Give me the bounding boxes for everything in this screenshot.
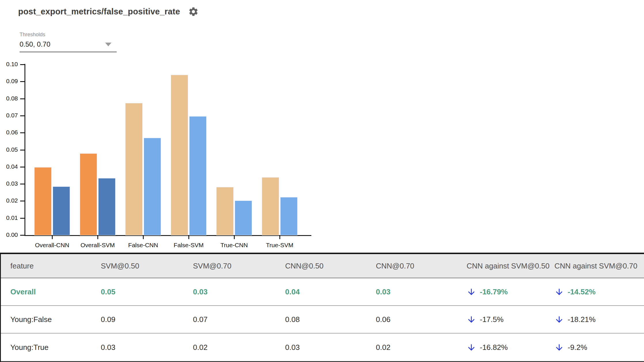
y-axis-tick-label: 0.00 [0, 231, 18, 238]
x-axis-tick [279, 236, 280, 239]
metric-value-cell: 0.07 [193, 306, 285, 333]
comparison-value: -16.82% [480, 343, 508, 352]
y-axis-tick [20, 167, 24, 167]
page-title: post_export_metrics/false_positive_rate [18, 7, 180, 16]
bar-Overall-SVM-threshold-0.50[interactable] [80, 154, 97, 235]
comparison-value: -9.2% [568, 343, 587, 352]
thresholds-label: Thresholds [20, 32, 117, 38]
y-axis-tick-label: 0.03 [0, 180, 18, 187]
y-axis-tick-label: 0.01 [0, 214, 18, 221]
arrow-down-icon [554, 343, 564, 352]
metric-value-cell: 0.03 [376, 278, 467, 305]
x-axis-tick [188, 236, 189, 239]
metric-value-cell: 0.09 [101, 306, 193, 333]
table-row-Young:False[interactable]: Young:False0.090.070.080.06-17.5%-18.21% [1, 306, 644, 334]
x-axis-label-False-CNN: False-CNN [128, 242, 158, 249]
x-axis-label-Overall-CNN: Overall-CNN [35, 242, 69, 249]
comparison-value: -14.52% [568, 287, 596, 296]
arrow-down-icon [467, 343, 476, 352]
bar-True-SVM-threshold-0.50[interactable] [262, 178, 279, 235]
column-header-cnn-070: CNN@0.70 [376, 254, 467, 278]
comparison-cell: -16.82% [467, 334, 554, 361]
bar-Overall-SVM-threshold-0.70[interactable] [99, 178, 115, 235]
table-header-row: feature SVM@0.50 SVM@0.70 CNN@0.50 CNN@0… [1, 254, 644, 278]
feature-cell: Young:True [1, 334, 101, 361]
bar-Overall-CNN-threshold-0.50[interactable] [35, 167, 51, 235]
bar-False-CNN-threshold-0.50[interactable] [126, 103, 142, 235]
bar-False-SVM-threshold-0.50[interactable] [171, 75, 188, 235]
column-header-cnn-vs-svm-070: CNN against SVM@0.70 [554, 254, 644, 278]
comparison-value: -18.21% [568, 315, 596, 324]
y-axis-tick-label: 0.09 [0, 78, 18, 85]
y-axis-tick [20, 201, 24, 201]
chevron-down-icon [105, 43, 111, 46]
column-header-svm-070: SVM@0.70 [193, 254, 285, 278]
bar-Overall-CNN-threshold-0.70[interactable] [53, 187, 70, 235]
false-positive-rate-bar-chart: 0.000.010.020.030.040.050.060.070.080.09… [0, 58, 331, 250]
metric-value-cell: 0.06 [376, 306, 467, 333]
bar-True-SVM-threshold-0.70[interactable] [281, 197, 297, 235]
x-axis-line [24, 235, 311, 236]
metric-value-cell: 0.03 [101, 334, 193, 361]
dropdown-underline [20, 52, 117, 52]
x-axis-tick [143, 236, 144, 239]
comparison-value: -17.5% [480, 315, 503, 324]
metric-value-cell: 0.08 [285, 306, 376, 333]
y-axis-tick-label: 0.10 [0, 61, 18, 68]
bar-False-SVM-threshold-0.70[interactable] [190, 117, 206, 235]
y-axis-line [24, 64, 25, 236]
x-axis-label-False-SVM: False-SVM [174, 242, 204, 249]
comparison-value: -16.79% [480, 287, 508, 296]
x-axis-tick [234, 236, 235, 239]
thresholds-dropdown[interactable]: Thresholds 0.50, 0.70 [20, 32, 117, 52]
y-axis-tick [20, 184, 24, 184]
bar-False-CNN-threshold-0.70[interactable] [144, 138, 161, 235]
metrics-table: feature SVM@0.50 SVM@0.70 CNN@0.50 CNN@0… [0, 253, 644, 362]
settings-gear-icon[interactable] [188, 6, 199, 17]
widget-titlebar: post_export_metrics/false_positive_rate [18, 6, 199, 17]
y-axis-tick-label: 0.08 [0, 95, 18, 102]
arrow-down-icon [467, 315, 476, 324]
metric-value-cell: 0.03 [193, 278, 285, 305]
metric-value-cell: 0.04 [285, 278, 376, 305]
y-axis-tick-label: 0.02 [0, 197, 18, 204]
metric-value-cell: 0.03 [285, 334, 376, 361]
y-axis-tick [20, 150, 24, 150]
metric-value-cell: 0.02 [376, 334, 467, 361]
metric-value-cell: 0.05 [101, 278, 193, 305]
comparison-cell: -18.21% [554, 306, 644, 333]
table-row-Overall[interactable]: Overall0.050.030.040.03-16.79%-14.52% [1, 278, 644, 306]
bar-True-CNN-threshold-0.50[interactable] [217, 187, 233, 235]
x-axis-tick [97, 236, 98, 239]
metric-value-cell: 0.02 [193, 334, 285, 361]
comparison-cell: -17.5% [467, 306, 554, 333]
y-axis-tick [20, 132, 24, 133]
column-header-svm-050: SVM@0.50 [101, 254, 193, 278]
y-axis-tick [20, 235, 24, 236]
feature-cell: Young:False [1, 306, 101, 333]
y-axis-tick [20, 115, 24, 116]
table-body: Overall0.050.030.040.03-16.79%-14.52%You… [1, 278, 644, 361]
y-axis-tick [20, 218, 24, 219]
column-header-feature: feature [1, 254, 101, 278]
feature-cell: Overall [1, 278, 101, 305]
fairness-metrics-widget: post_export_metrics/false_positive_rate … [0, 0, 644, 362]
table-row-Young:True[interactable]: Young:True0.030.020.030.02-16.82%-9.2% [1, 334, 644, 361]
x-axis-label-True-CNN: True-CNN [221, 242, 248, 249]
y-axis-tick-label: 0.07 [0, 112, 18, 119]
comparison-cell: -14.52% [554, 278, 644, 305]
y-axis-tick [20, 64, 24, 65]
y-axis-tick-label: 0.06 [0, 129, 18, 136]
x-axis-label-True-SVM: True-SVM [266, 242, 293, 249]
bar-True-CNN-threshold-0.70[interactable] [235, 201, 252, 235]
arrow-down-icon [554, 287, 564, 297]
comparison-cell: -16.79% [467, 278, 554, 305]
x-axis-tick [52, 236, 53, 239]
y-axis-tick-label: 0.05 [0, 146, 18, 153]
arrow-down-icon [554, 315, 564, 324]
column-header-cnn-050: CNN@0.50 [285, 254, 376, 278]
thresholds-selected-value: 0.50, 0.70 [20, 40, 50, 48]
x-axis-label-Overall-SVM: Overall-SVM [80, 242, 115, 249]
comparison-cell: -9.2% [554, 334, 644, 361]
column-header-cnn-vs-svm-050: CNN against SVM@0.50 [467, 254, 554, 278]
